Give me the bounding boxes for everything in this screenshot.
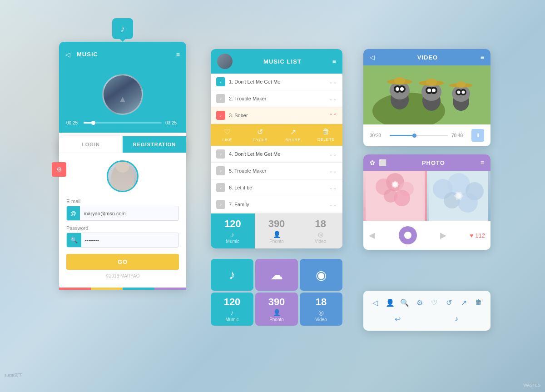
tab-registration[interactable]: REGISTRATION — [123, 136, 186, 153]
list-item[interactable]: ♪ 3. Sober ⌃⌃ — [211, 107, 342, 124]
strip-purple — [154, 288, 186, 290]
stat-video: 18 ◎ Video — [298, 213, 342, 248]
password-field[interactable] — [81, 234, 178, 246]
ib-trash-icon[interactable]: 🗑 — [472, 296, 485, 309]
track-title: 2. Trouble Maker — [229, 96, 325, 101]
ib-undo-icon[interactable]: ↩ — [391, 313, 404, 325]
password-group: Password 🔍 — [66, 225, 179, 248]
icon-bar-row-1: ◁ 👤 🔍 ⚙ ♡ ↺ ↗ 🗑 — [368, 296, 486, 309]
list-item[interactable]: ♪ 2. Trouble Maker ⌄⌄ — [211, 90, 342, 107]
list-item[interactable]: ♪ 5. Trouble Maker ⌄⌄ — [211, 163, 342, 179]
photo-playback: ◀ ▶ ♥ 112 — [363, 221, 490, 250]
tile-photo[interactable]: ☁ — [255, 259, 298, 291]
stat-photo: 390 👤 Phonto — [255, 213, 299, 248]
login-tabs: LOGIN REGISTRATION — [59, 136, 186, 153]
track-title: 6. Let it be — [229, 185, 325, 190]
ib-settings-icon[interactable]: ⚙ — [413, 296, 426, 309]
email-input-wrap: @ — [66, 206, 179, 221]
share-icon: ↗ — [290, 128, 296, 136]
stat-tile-video-label: Video — [315, 317, 327, 322]
like-label: LIKE — [222, 138, 232, 142]
music-list-menu-icon[interactable]: ≡ — [332, 58, 336, 65]
share-label: SHARE — [285, 138, 301, 142]
stat-tile-video-num: 18 — [316, 296, 327, 308]
back-icon[interactable]: ◁ — [65, 51, 70, 58]
strip-red — [59, 288, 91, 290]
menu-icon[interactable]: ≡ — [176, 51, 180, 58]
music-list-title: MUSIC LIST — [237, 58, 328, 65]
music-icon-bubble: ♪ — [112, 18, 133, 39]
track-title: 3. Sober — [229, 113, 325, 118]
time-total: 03:25 — [165, 120, 179, 125]
ib-back-icon[interactable]: ◁ — [369, 296, 382, 309]
circle-icon — [404, 232, 411, 239]
track-icon: ♪ — [216, 200, 225, 209]
svg-point-31 — [394, 190, 410, 206]
stat-tile-photo-icon: 👤 — [273, 309, 281, 316]
video-pause-button[interactable]: ⏸ — [471, 129, 484, 142]
email-field[interactable] — [80, 208, 178, 219]
tile-video[interactable]: ◉ — [300, 259, 342, 291]
video-progress-bar[interactable] — [390, 135, 448, 136]
photo-left[interactable] — [363, 171, 427, 221]
photo-right[interactable] — [427, 171, 490, 221]
svg-point-7 — [400, 87, 404, 91]
stat-music-icon: ♪ — [231, 231, 234, 238]
video-title: VIDEO — [375, 54, 481, 61]
password-input-wrap: 🔍 — [66, 233, 179, 248]
ib-user-icon[interactable]: 👤 — [384, 296, 396, 309]
ib-refresh-icon[interactable]: ↺ — [443, 296, 456, 309]
share-action[interactable]: ↗ SHARE — [277, 128, 310, 142]
ib-music-icon[interactable]: ♪ — [450, 313, 463, 325]
video-time-current: 30:23 — [370, 133, 386, 138]
svg-point-17 — [426, 79, 437, 86]
photo-icon[interactable]: ⬜ — [379, 159, 386, 166]
settings-badge[interactable]: ⚙ — [52, 162, 66, 177]
stat-music-number: 120 — [224, 218, 241, 230]
source-label: sucai天下 — [5, 372, 22, 378]
go-button[interactable]: GO — [66, 254, 179, 270]
music-list-avatar — [217, 54, 233, 69]
music-player-header: ◁ MUSIC ≡ — [59, 42, 186, 67]
photo-play-button[interactable] — [399, 226, 417, 244]
heart-icon: ♥ — [470, 232, 474, 239]
tab-login[interactable]: LOGIN — [59, 136, 123, 153]
cycle-action[interactable]: ↺ CYCLE — [244, 128, 277, 142]
track-icon: ♪ — [216, 94, 225, 103]
video-menu-icon[interactable]: ≡ — [481, 54, 484, 61]
password-label: Password — [66, 225, 179, 231]
like-count: 112 — [475, 232, 485, 239]
email-group: E-mail @ — [66, 198, 179, 221]
list-item[interactable]: ♪ 4. Don't Let Me Get Me ⌄⌄ — [211, 146, 342, 163]
svg-point-15 — [432, 89, 436, 92]
list-item[interactable]: ♪ 7. Family ⌄⌄ — [211, 196, 342, 213]
color-strip — [59, 288, 186, 290]
svg-point-23 — [462, 91, 465, 94]
list-item[interactable]: ♪ 6. Let it be ⌄⌄ — [211, 179, 342, 196]
photo-like[interactable]: ♥ 112 — [470, 232, 485, 239]
photo-prev-button[interactable]: ◀ — [369, 230, 375, 240]
stat-photo-label: Phonto — [269, 239, 284, 244]
svg-point-14 — [427, 89, 431, 92]
strip-teal — [123, 288, 154, 290]
tile-music[interactable]: ♪ — [211, 259, 253, 291]
svg-point-6 — [396, 87, 399, 91]
list-item[interactable]: ♪ 1. Don't Let Me Get Me ⌄⌄ — [211, 74, 342, 90]
stat-video-number: 18 — [315, 218, 326, 230]
ib-share-icon[interactable]: ↗ — [457, 296, 470, 309]
icon-bar: ◁ 👤 🔍 ⚙ ♡ ↺ ↗ 🗑 ↩ ♪ — [363, 291, 490, 331]
photo-next-button[interactable]: ▶ — [440, 230, 446, 240]
tile-video-icon: ◉ — [316, 268, 327, 283]
video-back-icon[interactable]: ◁ — [370, 54, 375, 61]
progress-bar[interactable] — [84, 122, 162, 124]
music-player-title: MUSIC — [70, 46, 176, 62]
sun-icon[interactable]: ✿ — [370, 159, 375, 166]
delete-action[interactable]: 🗑 DELETE — [310, 128, 343, 142]
ib-heart-icon[interactable]: ♡ — [428, 296, 441, 309]
avatar-silhouette — [111, 164, 134, 191]
photo-menu-icon[interactable]: ≡ — [481, 159, 484, 166]
like-action[interactable]: ♡ LIKE — [211, 128, 244, 142]
ib-search-icon[interactable]: 🔍 — [398, 296, 411, 309]
login-widget: LOGIN REGISTRATION ⚙ E-mail @ Passw — [59, 136, 186, 290]
music-list-widget: MUSIC LIST ≡ ♪ 1. Don't Let Me Get Me ⌄⌄… — [211, 49, 342, 248]
